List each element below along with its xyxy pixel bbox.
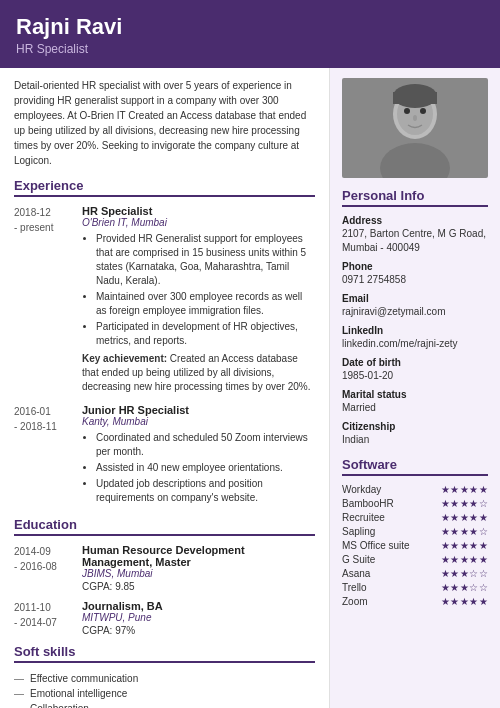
- experience-title: Experience: [14, 178, 315, 197]
- software-stars: ★★★★★: [441, 484, 489, 495]
- bullet-item: Coordinated and scheduled 50 Zoom interv…: [96, 431, 315, 459]
- svg-rect-4: [393, 92, 437, 104]
- edu-details: Human Resource Development Management, M…: [82, 544, 315, 592]
- main-content: Detail-oriented HR specialist with over …: [0, 68, 500, 708]
- software-list: Workday★★★★★BambooHR★★★★☆Recruitee★★★★★S…: [342, 484, 488, 607]
- marital-value: Married: [342, 401, 488, 415]
- software-stars: ★★★★★: [441, 596, 489, 607]
- job-item: 2018-12- present HR Specialist O'Brien I…: [14, 205, 315, 394]
- soft-skills-list: Effective communication Emotional intell…: [14, 671, 315, 708]
- edu-dates: 2014-09- 2016-08: [14, 544, 74, 574]
- address-label: Address: [342, 215, 488, 226]
- software-row: Sapling★★★★☆: [342, 526, 488, 537]
- software-row: BambooHR★★★★☆: [342, 498, 488, 509]
- software-row: Recruitee★★★★★: [342, 512, 488, 523]
- job-details: HR Specialist O'Brien IT, Mumbai Provide…: [82, 205, 315, 394]
- edu-school: JBIMS, Mumbai: [82, 568, 315, 579]
- edu-gpa: CGPA: 9.85: [82, 581, 315, 592]
- education-title: Education: [14, 517, 315, 536]
- software-name: Recruitee: [342, 512, 385, 523]
- soft-skills-title: Soft skills: [14, 644, 315, 663]
- dob-label: Date of birth: [342, 357, 488, 368]
- job-company: O'Brien IT, Mumbai: [82, 217, 315, 228]
- citizenship-label: Citizenship: [342, 421, 488, 432]
- software-stars: ★★★★★: [441, 554, 489, 565]
- soft-skill-item: Effective communication: [14, 671, 315, 686]
- left-column: Detail-oriented HR specialist with over …: [0, 68, 330, 708]
- software-stars: ★★★☆☆: [441, 582, 489, 593]
- software-name: MS Office suite: [342, 540, 410, 551]
- edu-degree: Journalism, BA: [82, 600, 315, 612]
- edu-gpa: CGPA: 97%: [82, 625, 315, 636]
- svg-point-8: [413, 115, 417, 121]
- header: Rajni Ravi HR Specialist: [0, 0, 500, 68]
- job-title: HR Specialist: [82, 205, 315, 217]
- job-dates: 2018-12- present: [14, 205, 74, 235]
- summary-text: Detail-oriented HR specialist with over …: [14, 78, 315, 168]
- software-name: Sapling: [342, 526, 375, 537]
- marital-label: Marital status: [342, 389, 488, 400]
- education-item: 2011-10- 2014-07 Journalism, BA MITWPU, …: [14, 600, 315, 636]
- job-bullets: Provided HR Generalist support for emplo…: [82, 232, 315, 348]
- software-stars: ★★★☆☆: [441, 568, 489, 579]
- software-name: Zoom: [342, 596, 368, 607]
- software-stars: ★★★★★: [441, 540, 489, 551]
- software-stars: ★★★★★: [441, 512, 489, 523]
- software-name: G Suite: [342, 554, 375, 565]
- address-value: 2107, Barton Centre, M G Road, Mumbai - …: [342, 227, 488, 255]
- software-row: Zoom★★★★★: [342, 596, 488, 607]
- software-name: Trello: [342, 582, 367, 593]
- right-column: Personal Info Address 2107, Barton Centr…: [330, 68, 500, 708]
- job-title: Junior HR Specialist: [82, 404, 315, 416]
- person-title: HR Specialist: [16, 42, 484, 56]
- dob-value: 1985-01-20: [342, 369, 488, 383]
- software-stars: ★★★★☆: [441, 498, 489, 509]
- bullet-item: Participated in development of HR object…: [96, 320, 315, 348]
- photo-placeholder-svg: [350, 78, 480, 178]
- edu-school: MITWPU, Pune: [82, 612, 315, 623]
- person-name: Rajni Ravi: [16, 14, 484, 40]
- phone-label: Phone: [342, 261, 488, 272]
- software-title: Software: [342, 457, 488, 476]
- education-item: 2014-09- 2016-08 Human Resource Developm…: [14, 544, 315, 592]
- software-name: Asana: [342, 568, 370, 579]
- software-row: G Suite★★★★★: [342, 554, 488, 565]
- bullet-item: Updated job descriptions and position re…: [96, 477, 315, 505]
- edu-degree: Human Resource Development Management, M…: [82, 544, 315, 568]
- software-row: MS Office suite★★★★★: [342, 540, 488, 551]
- phone-value: 0971 2754858: [342, 273, 488, 287]
- svg-point-7: [420, 108, 426, 114]
- job-details: Junior HR Specialist Kanty, Mumbai Coord…: [82, 404, 315, 505]
- software-row: Asana★★★☆☆: [342, 568, 488, 579]
- key-achievement: Key achievement: Created an Access datab…: [82, 352, 315, 394]
- svg-point-6: [404, 108, 410, 114]
- bullet-item: Provided HR Generalist support for emplo…: [96, 232, 315, 288]
- bullet-item: Maintained over 300 employee records as …: [96, 290, 315, 318]
- software-name: Workday: [342, 484, 381, 495]
- job-bullets: Coordinated and scheduled 50 Zoom interv…: [82, 431, 315, 505]
- bullet-item: Assisted in 40 new employee orientations…: [96, 461, 315, 475]
- edu-dates: 2011-10- 2014-07: [14, 600, 74, 630]
- soft-skill-item: Emotional intelligence: [14, 686, 315, 701]
- linkedin-value: linkedin.com/me/rajni-zety: [342, 337, 488, 351]
- job-company: Kanty, Mumbai: [82, 416, 315, 427]
- job-dates: 2016-01- 2018-11: [14, 404, 74, 434]
- email-label: Email: [342, 293, 488, 304]
- software-row: Workday★★★★★: [342, 484, 488, 495]
- software-name: BambooHR: [342, 498, 394, 509]
- edu-details: Journalism, BA MITWPU, Pune CGPA: 97%: [82, 600, 315, 636]
- linkedin-label: LinkedIn: [342, 325, 488, 336]
- software-row: Trello★★★☆☆: [342, 582, 488, 593]
- profile-photo: [342, 78, 488, 178]
- email-value: rajniravi@zetymail.com: [342, 305, 488, 319]
- soft-skill-item: Collaboration: [14, 701, 315, 708]
- job-item: 2016-01- 2018-11 Junior HR Specialist Ka…: [14, 404, 315, 507]
- personal-info-title: Personal Info: [342, 188, 488, 207]
- software-stars: ★★★★☆: [441, 526, 489, 537]
- citizenship-value: Indian: [342, 433, 488, 447]
